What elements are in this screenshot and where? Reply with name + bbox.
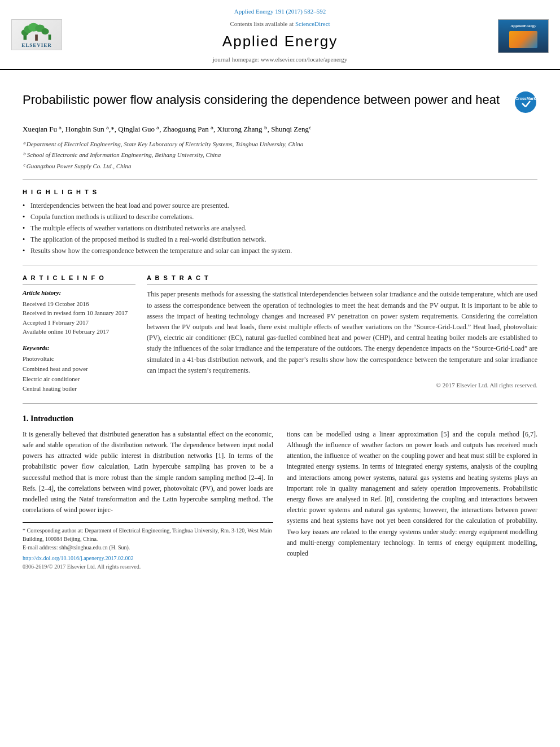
journal-center: Contents lists available at ScienceDirec… bbox=[62, 19, 498, 64]
keyword-3: Electric air conditioner bbox=[23, 374, 135, 385]
article-body: Probabilistic power flow analysis consid… bbox=[0, 70, 560, 583]
highlight-item: The application of the proposed method i… bbox=[23, 234, 537, 244]
intro-left-text: It is generally believed that distribute… bbox=[23, 429, 273, 516]
corresponding-author-note: * Corresponding author at: Department of… bbox=[23, 526, 273, 543]
keyword-1: Photovoltaic bbox=[23, 354, 135, 364]
svg-rect-7 bbox=[35, 34, 38, 41]
highlight-item: Results show how the correspondence betw… bbox=[23, 246, 537, 256]
introduction-section: 1. Introduction It is generally believed… bbox=[23, 413, 537, 571]
crossmark-icon: CrossMark bbox=[515, 91, 536, 113]
journal-title: Applied Energy bbox=[73, 30, 487, 53]
doi-link[interactable]: http://dx.doi.org/10.1016/j.apenergy.201… bbox=[23, 554, 273, 562]
keyword-2: Combined heat and power bbox=[23, 364, 135, 374]
article-title: Probabilistic power flow analysis consid… bbox=[23, 91, 509, 108]
elsevier-brand-text: ELSEVIER bbox=[21, 42, 52, 50]
highlights-label: H I G H L I G H T S bbox=[23, 187, 537, 197]
intro-body-cols: It is generally believed that distribute… bbox=[23, 429, 537, 571]
svg-rect-6 bbox=[49, 34, 51, 40]
page: Applied Energy 191 (2017) 582–592 ELSEVI… bbox=[0, 0, 560, 747]
history-label: Article history: bbox=[23, 288, 135, 298]
crossmark-badge: CrossMark bbox=[515, 91, 537, 114]
keyword-4: Central heating boiler bbox=[23, 384, 135, 394]
article-info-label: A R T I C L E I N F O bbox=[23, 273, 135, 285]
journal-meta: Applied Energy 191 (2017) 582–592 bbox=[234, 6, 326, 15]
elsevier-tree-icon bbox=[20, 20, 54, 41]
article-info-section: A R T I C L E I N F O Article history: R… bbox=[23, 273, 135, 337]
crossmark-svg: CrossMark bbox=[515, 92, 536, 112]
highlights-section: H I G H L I G H T S Interdependencies be… bbox=[23, 187, 537, 256]
ae-logo-text: AppliedEnergy bbox=[510, 24, 536, 29]
info-abstract-row: A R T I C L E I N F O Article history: R… bbox=[23, 273, 537, 394]
affiliations: ᵃ Department of Electrical Engineering, … bbox=[23, 139, 537, 172]
email-note: E-mail address: shh@tsinghua.edu.cn (H. … bbox=[23, 543, 273, 552]
affil-b: ᵇ School of Electronic and Information E… bbox=[23, 150, 537, 160]
divider-after-highlights bbox=[23, 265, 537, 265]
intro-right-text: tions can be modelled using a linear app… bbox=[287, 429, 537, 559]
svg-point-8 bbox=[516, 93, 535, 112]
authors-line: Xueqian Fu ᵃ, Hongbin Sun ᵃ,*, Qinglai G… bbox=[23, 124, 537, 135]
journal-header: Applied Energy 191 (2017) 582–592 ELSEVI… bbox=[0, 0, 560, 70]
abstract-section: A B S T R A C T This paper presents meth… bbox=[147, 273, 537, 394]
contents-line: Contents lists available at ScienceDirec… bbox=[73, 19, 487, 29]
authors-text: Xueqian Fu ᵃ, Hongbin Sun ᵃ,*, Qinglai G… bbox=[23, 125, 312, 133]
highlight-item: The multiple effects of weather variatio… bbox=[23, 223, 537, 233]
divider-before-intro bbox=[23, 403, 537, 404]
keywords-section: Keywords: Photovoltaic Combined heat and… bbox=[23, 343, 135, 394]
copyright-line: © 2017 Elsevier Ltd. All rights reserved… bbox=[147, 381, 537, 390]
abstract-label: A B S T R A C T bbox=[147, 273, 537, 285]
intro-title: 1. Introduction bbox=[23, 413, 537, 425]
available-date: Available online 10 February 2017 bbox=[23, 327, 135, 337]
journal-top-bar: ELSEVIER Contents lists available at Sci… bbox=[11, 19, 549, 64]
intro-left-col: It is generally believed that distribute… bbox=[23, 429, 273, 571]
affil-a: ᵃ Department of Electrical Engineering, … bbox=[23, 139, 537, 150]
accepted-date: Accepted 1 February 2017 bbox=[23, 318, 135, 327]
issn-line: 0306-2619/© 2017 Elsevier Ltd. All right… bbox=[23, 562, 273, 571]
highlight-item: Interdependencies between the heat load … bbox=[23, 200, 537, 211]
intro-right-col: tions can be modelled using a linear app… bbox=[287, 429, 537, 571]
affil-c: ᶜ Guangzhou Power Supply Co. Ltd., China bbox=[23, 161, 537, 172]
keywords-label: Keywords: bbox=[23, 343, 135, 353]
revised-date: Received in revised form 10 January 2017 bbox=[23, 308, 135, 318]
highlights-list: Interdependencies between the heat load … bbox=[23, 200, 537, 256]
svg-point-5 bbox=[41, 28, 49, 34]
elsevier-logo: ELSEVIER bbox=[11, 19, 62, 50]
svg-text:CrossMark: CrossMark bbox=[515, 97, 536, 101]
received-date: Received 19 October 2016 bbox=[23, 299, 135, 309]
journal-homepage: journal homepage: www.elsevier.com/locat… bbox=[73, 55, 487, 64]
applied-energy-logo: AppliedEnergy bbox=[498, 19, 549, 53]
sciencedirect-link[interactable]: ScienceDirect bbox=[295, 20, 330, 27]
divider-after-affiliations bbox=[23, 179, 537, 180]
highlight-item: Copula function methods is utilized to d… bbox=[23, 212, 537, 222]
article-info-col: A R T I C L E I N F O Article history: R… bbox=[23, 273, 135, 394]
abstract-text: This paper presents methods for assessin… bbox=[147, 289, 537, 376]
footnote-section: * Corresponding author at: Department of… bbox=[23, 522, 273, 571]
